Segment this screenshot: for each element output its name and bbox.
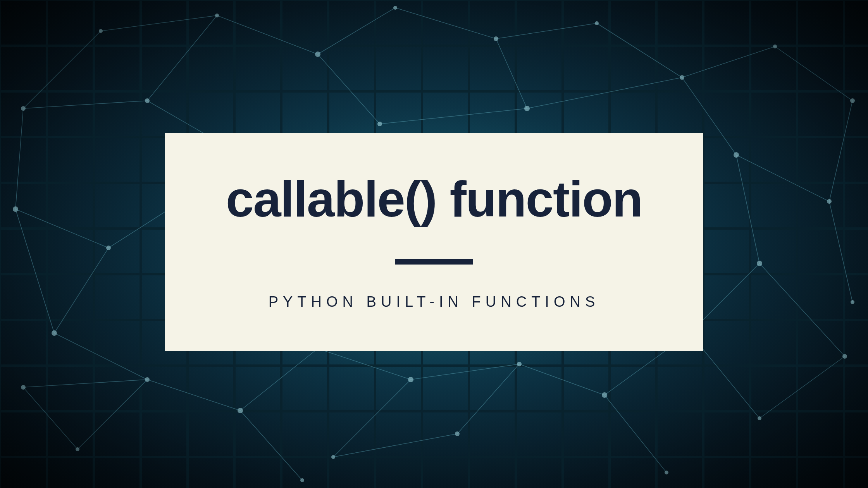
svg-point-81 (315, 52, 320, 57)
svg-point-102 (331, 455, 335, 459)
svg-point-84 (494, 36, 498, 41)
svg-line-39 (395, 8, 496, 39)
svg-line-31 (16, 108, 23, 209)
svg-line-65 (16, 209, 54, 333)
svg-point-79 (145, 98, 150, 103)
svg-point-87 (680, 75, 684, 80)
background-canvas: callable() function PYTHON BUILT-IN FUNC… (0, 0, 868, 488)
svg-point-107 (76, 447, 79, 451)
svg-line-34 (147, 15, 217, 101)
svg-line-55 (457, 364, 519, 434)
svg-line-58 (318, 349, 411, 380)
svg-point-89 (850, 98, 855, 103)
svg-line-74 (333, 434, 457, 457)
svg-line-60 (240, 411, 302, 480)
svg-line-63 (54, 333, 147, 380)
svg-line-61 (147, 380, 240, 411)
svg-line-64 (54, 248, 108, 333)
svg-line-36 (217, 15, 318, 54)
svg-line-30 (23, 31, 101, 108)
svg-point-94 (842, 354, 847, 359)
svg-line-40 (496, 23, 597, 39)
svg-line-68 (380, 108, 527, 124)
svg-line-46 (736, 155, 829, 201)
svg-point-91 (827, 199, 832, 204)
svg-line-54 (519, 364, 604, 395)
svg-point-83 (377, 122, 382, 126)
svg-point-88 (773, 45, 777, 48)
svg-line-75 (760, 356, 845, 418)
svg-line-59 (240, 349, 318, 411)
svg-point-98 (665, 471, 668, 474)
svg-point-77 (99, 29, 103, 33)
svg-line-42 (597, 23, 682, 77)
svg-point-76 (21, 106, 26, 111)
svg-point-106 (145, 377, 150, 382)
svg-point-96 (758, 416, 761, 420)
svg-point-80 (215, 14, 219, 17)
svg-line-70 (23, 380, 147, 387)
main-title: callable() function (226, 174, 642, 224)
svg-point-82 (393, 6, 397, 10)
svg-point-90 (734, 152, 739, 158)
svg-line-47 (829, 201, 852, 302)
svg-line-73 (101, 15, 217, 31)
svg-point-108 (52, 330, 57, 336)
svg-line-37 (318, 8, 395, 54)
svg-point-97 (602, 392, 607, 398)
svg-line-53 (604, 395, 666, 473)
subtitle-text: PYTHON BUILT-IN FUNCTIONS (269, 294, 600, 310)
svg-line-56 (411, 364, 519, 380)
svg-point-101 (408, 377, 413, 382)
divider-line (395, 259, 473, 265)
svg-line-71 (23, 387, 78, 449)
svg-point-104 (238, 408, 243, 413)
svg-line-32 (16, 209, 108, 248)
svg-line-45 (775, 46, 852, 101)
svg-point-93 (757, 261, 762, 266)
svg-point-92 (851, 300, 854, 304)
svg-point-86 (524, 106, 530, 111)
svg-line-48 (736, 155, 760, 263)
svg-line-43 (682, 46, 775, 77)
svg-line-41 (496, 39, 527, 108)
svg-point-110 (106, 246, 111, 250)
svg-point-100 (455, 431, 460, 436)
title-card: callable() function PYTHON BUILT-IN FUNC… (165, 133, 703, 351)
svg-line-62 (78, 380, 147, 449)
svg-line-49 (760, 263, 845, 356)
svg-line-38 (318, 54, 380, 124)
svg-point-78 (13, 206, 18, 212)
svg-point-85 (595, 21, 599, 25)
svg-line-72 (829, 101, 852, 201)
svg-line-33 (23, 101, 147, 108)
svg-line-57 (333, 380, 411, 457)
svg-point-99 (517, 362, 522, 366)
svg-point-109 (21, 385, 26, 390)
svg-line-69 (527, 77, 682, 108)
svg-point-105 (300, 478, 304, 482)
